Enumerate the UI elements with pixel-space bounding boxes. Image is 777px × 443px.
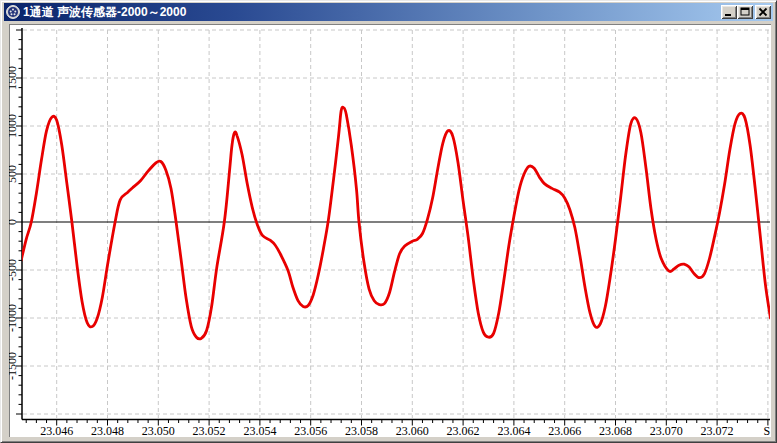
x-tick-label: 23.070: [650, 424, 683, 437]
titlebar: 1通道 声波传感器-2000～2000: [4, 3, 773, 21]
x-tick-label: 23.048: [91, 424, 124, 437]
y-tick-label: -500: [9, 259, 19, 281]
x-tick-label: 23.060: [396, 424, 429, 437]
window-controls: [721, 5, 771, 19]
x-unit-label: S: [764, 424, 771, 437]
x-tick-label: 23.062: [447, 424, 480, 437]
x-tick-label: 23.050: [142, 424, 175, 437]
y-tick-label: 1000: [9, 114, 19, 138]
minimize-icon: [721, 5, 737, 19]
x-tick-label: 23.054: [243, 424, 276, 437]
close-button[interactable]: [755, 5, 771, 19]
x-tick-label: 23.058: [345, 424, 378, 437]
waveform-chart: -1500-1000-50005001000150023.04623.04823…: [9, 24, 771, 437]
x-tick-label: 23.066: [548, 424, 581, 437]
close-icon: [755, 5, 771, 19]
minimize-button[interactable]: [721, 5, 737, 19]
waveform-path: [21, 107, 770, 339]
y-tick-label: 500: [9, 165, 19, 183]
y-tick-label: 1500: [9, 66, 19, 90]
x-tick-label: 23.052: [193, 424, 226, 437]
plot-area: -1500-1000-50005001000150023.04623.04823…: [9, 24, 771, 437]
y-tick-label: -1000: [9, 304, 19, 332]
x-tick-label: 23.064: [497, 424, 530, 437]
window-title: 1通道 声波传感器-2000～2000: [23, 3, 721, 21]
y-tick-label: -1500: [9, 352, 19, 380]
maximize-button[interactable]: [737, 5, 753, 19]
x-tick-label: 23.056: [294, 424, 327, 437]
y-tick-label: 0: [9, 219, 19, 225]
sensor-speaker-icon: [6, 5, 20, 19]
x-tick-label: 23.072: [701, 424, 734, 437]
maximize-icon: [737, 5, 753, 19]
x-tick-label: 23.068: [599, 424, 632, 437]
x-tick-label: 23.046: [40, 424, 73, 437]
